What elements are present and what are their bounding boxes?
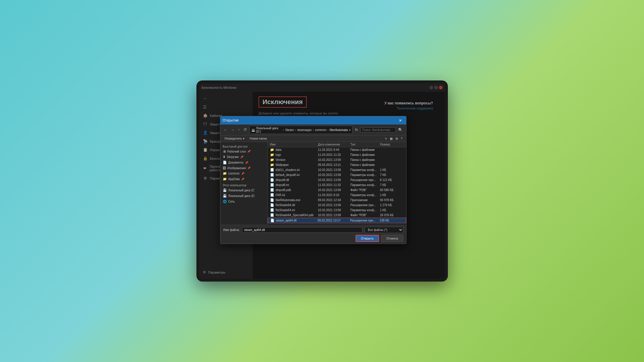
nav-label-disk-d: Локальный диск (D — [228, 194, 255, 198]
table-row[interactable]: 📄 NieRAutomata.exe 09.02.2021 12:34 Прил… — [268, 198, 406, 203]
file-name: FAR.ini — [276, 193, 285, 197]
filename-input[interactable] — [242, 227, 362, 233]
file-date: 10.02.2021 13:58 — [318, 214, 351, 217]
folder-icon: 📁 — [270, 163, 274, 167]
refresh-button[interactable]: ↻ — [354, 127, 359, 132]
file-date: 10.02.2021 13:58 — [318, 173, 351, 177]
table-row[interactable]: 📃 ReShade64.ini 10.02.2021 13:58 Парамет… — [268, 208, 406, 213]
file-date: 09.02.2021 12:34 — [318, 198, 351, 202]
file-size: 1 КБ — [380, 168, 404, 172]
file-icon: 📄 — [270, 178, 274, 182]
table-row[interactable]: 📁 data 11.03.2021 9:44 Папка с файлами — [268, 147, 406, 152]
nav-item-downloads[interactable]: ⬇ Загрузки 📌 — [220, 154, 267, 160]
file-name: default_dinput8.ini — [276, 173, 300, 177]
nav-item-appdata[interactable]: 📁 AppData 📌 — [220, 176, 267, 182]
breadcrumb-part-current[interactable]: NierAutomata — [330, 128, 348, 132]
dialog-address-toolbar: ← → ↑ ⏱ 💻 Локальный диск (D:) › Steam › … — [220, 125, 406, 135]
recent-button[interactable]: ⏱ — [242, 127, 248, 132]
table-row[interactable]: 📃 d3d11_shaders.ini 10.02.2021 13:58 Пар… — [268, 167, 406, 172]
file-date: 09.02.2021 13:17 — [318, 219, 350, 222]
forward-button[interactable]: → — [230, 127, 236, 132]
file-kind: Параметры конф... — [351, 209, 380, 212]
table-row[interactable]: 📃 default_dinput8.ini 10.02.2021 13:58 П… — [268, 172, 406, 177]
address-bar[interactable]: 💻 Локальный диск (D:) › Steam › steamapp… — [249, 126, 353, 134]
dialog-organize-toolbar: Упорядочить ▾ Новая папка ≡ ▦ ⊞ ? — [220, 135, 406, 142]
file-name-cell: 📃 FAR.ini — [270, 193, 318, 197]
col-name[interactable]: Имя — [270, 143, 318, 146]
file-name-cell: 📃 dinput8.ini — [270, 183, 318, 187]
filetype-select[interactable]: Все файлы (*) — [365, 227, 403, 233]
file-kind: Параметры конф... — [351, 168, 380, 172]
open-button[interactable]: Открыть — [356, 235, 379, 242]
nav-item-network[interactable]: 🌐 Сеть — [220, 199, 267, 204]
table-row[interactable]: 📁 Wallpaper 09.03.2021 13:21 Папка с фай… — [268, 162, 406, 167]
search-input[interactable] — [360, 127, 396, 132]
breadcrumb-part-common[interactable]: common — [315, 128, 326, 132]
table-row[interactable]: 📄 steam_api64.dll 09.02.2021 13:17 Расши… — [268, 218, 406, 223]
file-icon: 📃 — [270, 208, 274, 212]
col-type[interactable]: Тип — [351, 143, 380, 146]
file-kind: Файл "PDB" — [351, 214, 380, 217]
file-name-cell: 📃 d3d11_shaders.ini — [270, 168, 318, 172]
table-row[interactable]: 📃 ReShade64_SpecialK64.pdb 10.02.2021 13… — [268, 213, 406, 218]
pin-icon: 📌 — [247, 150, 251, 153]
cancel-button[interactable]: Отмена — [381, 235, 403, 242]
file-name-cell: 📃 dinput8.pdb — [270, 188, 318, 192]
view-icons-button[interactable]: ⊞ — [394, 136, 399, 141]
file-name: ReShade64.ini — [276, 209, 295, 212]
search-button[interactable]: 🔍 — [397, 127, 404, 132]
breadcrumb-part-disk[interactable]: Локальный диск (D:) — [256, 127, 282, 133]
nav-label-common: common — [228, 172, 240, 175]
file-size: 7 КБ — [380, 173, 404, 177]
table-row[interactable]: 📁 logs 11.03.2021 11:32 Папка с файлами — [268, 152, 406, 157]
file-name-cell: 📄 dinput8.dll — [270, 178, 318, 182]
view-details-button[interactable]: ▦ — [389, 136, 394, 141]
file-name-cell: 📃 default_dinput8.ini — [270, 173, 318, 177]
table-row[interactable]: 📃 FAR.ini 11.03.2021 9:10 Параметры конф… — [268, 193, 406, 198]
up-button[interactable]: ↑ — [237, 127, 241, 132]
nav-item-desktop[interactable]: 🖥 Рабочий стол 📌 — [220, 149, 267, 154]
file-date: 10.02.2021 13:58 — [318, 209, 351, 212]
pin-icon-5: 📌 — [241, 172, 244, 175]
breadcrumb-part-steam[interactable]: Steam — [285, 128, 294, 132]
nav-item-common[interactable]: 📁 common 📌 — [220, 171, 267, 176]
filename-label: Имя файла: — [223, 228, 240, 232]
file-name: logs — [276, 153, 281, 156]
nav-label-documents: Документы — [228, 161, 244, 164]
file-kind: Файл "PDB" — [351, 188, 380, 192]
table-row[interactable]: 📃 dinput8.pdb 10.02.2021 13:58 Файл "PDB… — [268, 188, 406, 193]
view-list-button[interactable]: ≡ — [384, 136, 388, 141]
organize-button[interactable]: Упорядочить ▾ — [223, 136, 246, 141]
file-name: Wallpaper — [276, 163, 289, 167]
col-date[interactable]: Дата изменения — [318, 143, 351, 146]
back-button[interactable]: ← — [223, 127, 229, 132]
file-size: 60 580 КБ — [380, 188, 404, 192]
table-row[interactable]: 📃 dinput8.ini 11.03.2021 11:32 Параметры… — [268, 182, 406, 188]
dialog-title: Открытие — [223, 118, 239, 122]
table-row[interactable]: 📄 ReShade64.dll 10.02.2021 13:58 Расшире… — [268, 203, 406, 208]
nav-item-disk-c[interactable]: 💾 Локальный диск (С — [220, 188, 267, 193]
file-date: 09.03.2021 13:21 — [318, 163, 351, 167]
disk-c-icon: 💾 — [223, 188, 227, 192]
pin-icon-6: 📌 — [241, 178, 244, 181]
file-icon: 📄 — [270, 219, 275, 222]
dialog-titlebar: Открытие ✕ — [220, 116, 406, 125]
file-kind: Расширение при... — [351, 178, 380, 182]
breadcrumb-part-steamapps[interactable]: steamapps — [297, 128, 311, 132]
file-kind: Папка с файлами — [351, 148, 380, 151]
dialog-close-button[interactable]: ✕ — [397, 118, 404, 123]
table-row[interactable]: 📄 dinput8.dll 10.02.2021 13:58 Расширени… — [268, 177, 406, 182]
dialog-footer: Имя файла: Все файлы (*) Открыть Отмена — [220, 225, 406, 244]
new-folder-button[interactable]: Новая папка — [248, 136, 269, 141]
nav-item-documents[interactable]: 📄 Документы 📌 — [220, 160, 267, 165]
view-help-button[interactable]: ? — [400, 136, 404, 141]
file-name-cell: 📁 Wallpaper — [270, 163, 318, 167]
nav-item-pictures[interactable]: 🖼 Изображения 📌 — [220, 165, 267, 171]
nav-item-disk-d[interactable]: 💾 Локальный диск (D — [220, 193, 267, 199]
file-icon: 📃 — [270, 213, 274, 217]
nav-label-desktop: Рабочий стол — [227, 150, 246, 153]
table-row[interactable]: 📁 Version 10.02.2021 13:59 Папка с файла… — [268, 157, 406, 162]
file-icon: 📄 — [270, 198, 274, 202]
col-size[interactable]: Размер — [380, 143, 404, 146]
file-name-cell: 📁 logs — [270, 153, 318, 157]
